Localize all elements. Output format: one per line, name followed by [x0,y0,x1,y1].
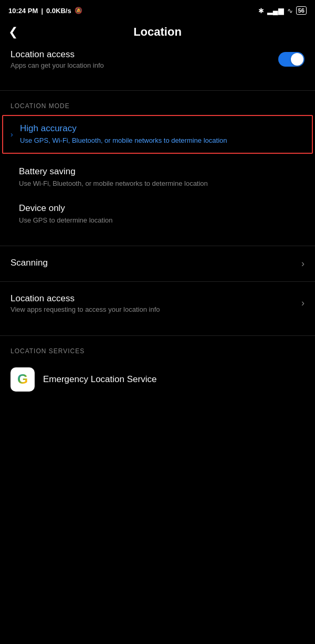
mode-item-high-accuracy[interactable]: › High accuracy Use GPS, Wi-Fi, Bluetoot… [2,115,313,154]
location-access-subtitle: Apps can get your location info [10,61,104,69]
back-button[interactable]: ❮ [8,25,18,39]
battery-saving-title: Battery saving [19,166,304,177]
scanning-chevron-icon: › [301,258,304,269]
signal-icon: ▂▄▆ [267,6,284,15]
status-right: ✱ ▂▄▆ ∿ 56 [258,6,307,15]
device-only-title: Device only [19,203,304,214]
wifi-icon: ∿ [287,7,293,15]
bluetooth-icon: ✱ [258,7,264,15]
battery-indicator: 56 [296,6,307,15]
page-title: Location [133,25,182,39]
divider-4 [0,335,315,336]
device-only-desc: Use GPS to determine location [19,216,304,225]
location-services-label: LOCATION SERVICES [0,338,315,360]
location-access-apps-text: Location access View apps requesting to … [10,293,160,313]
mute-icon: 🔕 [75,7,82,14]
location-access-apps-menu-item[interactable]: Location access View apps requesting to … [0,284,315,323]
top-nav: ❮ Location [0,19,315,45]
location-access-chevron-icon: › [301,298,304,309]
scanning-menu-item[interactable]: Scanning › [0,248,315,279]
emergency-location-item[interactable]: G Emergency Location Service [0,360,315,399]
divider-2 [0,246,315,246]
location-mode-label: LOCATION MODE [0,93,315,115]
scanning-title: Scanning [10,258,48,268]
high-accuracy-desc: Use GPS, Wi-Fi, Bluetooth, or mobile net… [20,136,301,145]
toggle-knob [291,53,303,66]
time-display: 10:24 PM [8,7,38,15]
location-access-title: Location access [10,49,104,60]
mode-item-device-only[interactable]: Device only Use GPS to determine locatio… [0,196,315,233]
location-access-text: Location access Apps can get your locati… [10,49,104,69]
divider-3 [0,281,315,282]
divider-1 [0,90,315,91]
location-access-toggle[interactable] [278,52,304,67]
network-speed-value: 0.0KB/s [46,7,71,15]
selected-chevron-icon: › [10,130,13,139]
location-access-apps-subtitle: View apps requesting to access your loca… [10,305,160,313]
scanning-text: Scanning [10,258,48,270]
status-left: 10:24 PM | 0.0KB/s 🔕 [8,7,82,15]
status-bar: 10:24 PM | 0.0KB/s 🔕 ✱ ▂▄▆ ∿ 56 [0,0,315,19]
emergency-location-title: Emergency Location Service [43,374,156,385]
location-access-row: Location access Apps can get your locati… [0,45,315,73]
battery-saving-desc: Use Wi-Fi, Bluetooth, or mobile networks… [19,179,304,188]
network-speed: | [41,7,43,15]
location-access-apps-title: Location access [10,293,160,304]
google-g-letter: G [17,371,28,387]
mode-item-battery-saving[interactable]: Battery saving Use Wi-Fi, Bluetooth, or … [0,159,315,196]
google-icon: G [10,367,35,392]
high-accuracy-title: High accuracy [20,123,301,134]
